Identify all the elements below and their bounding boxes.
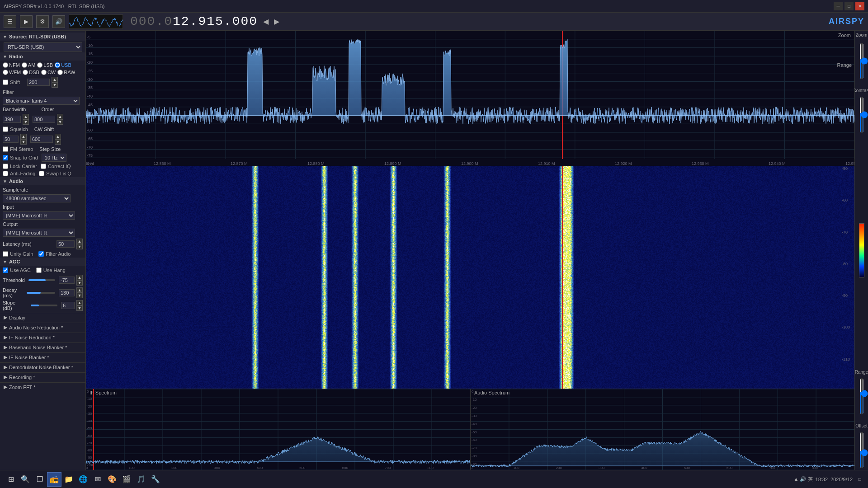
offset-slider[interactable] [858,432,865,468]
adobe-btn[interactable]: 🎨 [105,472,119,487]
th-down[interactable]: ▼ [76,280,83,286]
zoom-slider[interactable] [858,43,865,79]
shift-input[interactable] [27,79,50,86]
latency-input[interactable] [57,240,75,248]
if-canvas[interactable] [86,389,470,470]
sl-down[interactable]: ▼ [76,305,83,311]
collapsible-header[interactable]: ▶IF Noise Reduction * [0,333,85,342]
audio-button[interactable]: 🔊 [52,15,65,28]
decay-input[interactable] [59,289,75,296]
source-select[interactable]: RTL-SDR (USB) [4,42,82,52]
order-up[interactable]: ▲ [57,114,63,119]
filter-select[interactable]: Blackman-Harris 4 [3,97,80,105]
search-button[interactable]: 🔍 [18,472,33,487]
order-input[interactable] [33,116,55,123]
range-slider[interactable] [858,378,865,414]
bw-up[interactable]: ▲ [23,114,29,119]
shift-up[interactable]: ▲ [52,77,58,82]
slope-input[interactable] [61,302,75,309]
collapsible-header[interactable]: ▶Audio Noise Reduction * [0,323,85,332]
explorer-btn[interactable]: 📁 [61,472,76,487]
sq-down[interactable]: ▼ [20,139,27,145]
bw-down[interactable]: ▼ [23,119,29,125]
squelch-check[interactable]: Squelch [3,127,28,132]
mode-dsb[interactable]: DSB [23,70,39,75]
audio-header[interactable]: ▼ Audio [0,177,85,185]
mode-lsb[interactable]: LSB [37,62,53,68]
if-spectrum-panel[interactable]: IF Spectrum [86,389,471,470]
waterfall-canvas[interactable] [86,166,854,389]
frequency-display[interactable]: 000.012.915.000 [130,14,258,28]
contrast-slider[interactable] [858,97,865,133]
correct-iq-check[interactable]: Correct IQ [41,164,71,169]
mode-nfm[interactable]: NFM [3,62,20,68]
collapsible-header[interactable]: ▶Recording * [0,373,85,381]
task-view-button[interactable]: ❒ [33,472,47,487]
swap-iq-check[interactable]: Swap I & Q [39,171,71,176]
lat-down[interactable]: ▼ [76,244,83,249]
lat-up[interactable]: ▲ [76,239,83,244]
threshold-slider[interactable] [28,279,55,281]
output-select[interactable]: [MME] Microsoft ℝ [3,229,75,237]
cw-shift-input[interactable] [30,136,53,143]
premiere-btn[interactable]: 🎬 [119,472,134,487]
waterfall-panel[interactable] [86,166,854,389]
agc-header[interactable]: ▼ AGC [0,258,85,266]
samplerate-select[interactable]: 48000 sample/sec [3,194,71,202]
nav-right-arrow[interactable]: ▶ [274,17,279,26]
sq-up[interactable]: ▲ [20,134,27,139]
use-hang-check[interactable]: Use Hang [36,267,66,273]
minimize-button[interactable]: ─ [834,2,843,10]
squelch-input[interactable] [3,136,19,143]
app5-btn[interactable]: 🎵 [134,472,148,487]
collapsible-header[interactable]: ▶Demodulator Noise Blanker * [0,363,85,371]
settings-button[interactable]: ⚙ [36,15,49,28]
close-button[interactable]: ✕ [855,2,864,10]
sl-up[interactable]: ▲ [76,300,83,305]
snap-select[interactable]: 10 Hz [42,154,66,162]
notification-btn[interactable]: □ [855,472,864,487]
dc-down[interactable]: ▼ [76,293,83,298]
mode-cw[interactable]: CW [41,70,56,75]
input-select[interactable]: [MME] Microsoft ℝ [3,211,75,220]
collapsible-header[interactable]: ▶Zoom FFT * [0,383,85,391]
collapsible-header[interactable]: ▶Display [0,313,85,322]
nav-left-arrow[interactable]: ◀ [263,17,269,26]
snap-check[interactable]: Snap to Grid [3,155,38,160]
shift-down[interactable]: ▼ [52,82,58,88]
maximize-button[interactable]: □ [844,2,854,10]
lock-carrier-check[interactable]: Lock Carrier [3,164,37,169]
source-header[interactable]: ▼ Source: RTL-SDR (USB) [0,33,85,41]
radio-header[interactable]: ▼ Radio [0,52,85,61]
spectrum-canvas[interactable] [86,31,854,166]
chrome-btn[interactable]: 🌐 [76,472,90,487]
th-up[interactable]: ▲ [76,275,83,280]
fm-stereo-check[interactable]: FM Stereo [3,146,33,152]
audio-canvas[interactable] [471,389,854,470]
spectrum-panel[interactable]: Zoom Range [86,31,854,166]
unity-gain-check[interactable]: Unity Gain [3,251,33,257]
collapsible-header[interactable]: ▶IF Noise Blanker * [0,353,85,361]
play-button[interactable]: ▶ [20,15,33,28]
shift-check[interactable]: Shift [3,80,25,85]
start-button[interactable]: ⊞ [4,472,18,487]
use-agc-check[interactable]: Use AGC [3,267,31,273]
collapsible-header[interactable]: ▶Baseband Noise Blanker * [0,343,85,352]
cw-down[interactable]: ▼ [55,139,61,145]
menu-button[interactable]: ☰ [4,15,16,28]
mode-am[interactable]: AM [22,62,36,68]
bandwidth-input[interactable] [3,116,21,123]
filter-audio-check[interactable]: Filter Audio [38,251,71,257]
mode-wfm[interactable]: WFM [3,70,21,75]
threshold-input[interactable] [59,277,75,284]
order-down[interactable]: ▼ [57,119,63,125]
sdr-taskbar-btn[interactable]: 📻 [47,472,61,487]
audio-spectrum-panel[interactable]: Audio Spectrum [471,389,854,470]
mail-btn[interactable]: ✉ [90,472,105,487]
slope-slider[interactable] [31,305,57,306]
app6-btn[interactable]: 🔧 [148,472,163,487]
mode-usb[interactable]: USB [55,62,71,68]
dc-up[interactable]: ▲ [76,287,83,293]
decay-slider[interactable] [27,292,55,294]
mode-raw[interactable]: RAW [57,70,75,75]
